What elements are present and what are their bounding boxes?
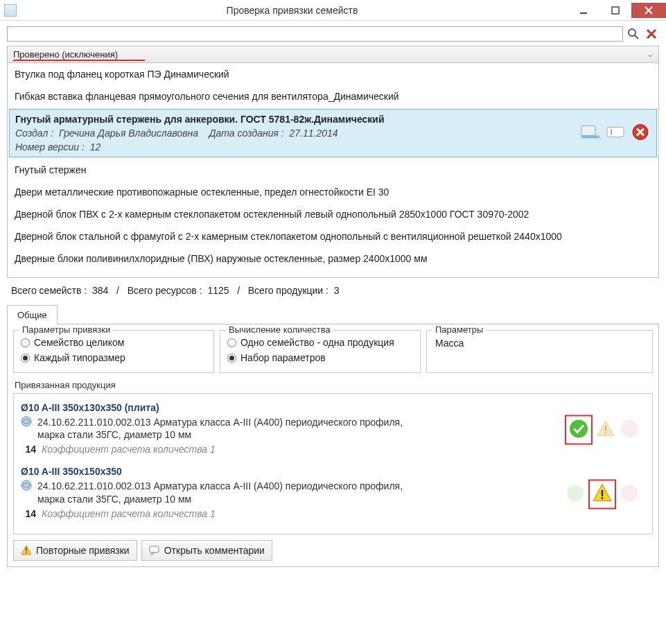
radio-param-set[interactable]: Набор параметров (227, 350, 413, 365)
radio-each-size[interactable]: Каждый типоразмер (21, 350, 207, 365)
list-item[interactable]: Втулка под фланец короткая ПЭ Динамическ… (8, 63, 658, 85)
group-underline (13, 60, 145, 61)
comment-icon (149, 545, 160, 556)
search-icon (627, 28, 640, 40)
warning-icon: ! (591, 482, 613, 504)
list-item[interactable]: Гнутый стержен (8, 159, 658, 181)
checkmark-green-icon (565, 482, 586, 503)
group-header[interactable]: Проверено (исключения) ⌄ (7, 46, 659, 63)
svg-marker-19 (621, 421, 638, 437)
stop-icon (619, 482, 640, 503)
product-coeff-num: 14 (21, 508, 36, 519)
product-coeff-label: Коэффициент расчета количества 1 (42, 444, 216, 455)
svg-rect-10 (607, 128, 624, 137)
list-item-selected[interactable]: Гнутый арматурный стержень для анкеровки… (9, 109, 657, 157)
status-green-highlighted[interactable] (565, 415, 593, 445)
search-row (7, 26, 659, 42)
svg-point-20 (21, 480, 31, 490)
list-item[interactable]: Гибкая вставка фланцевая прямоугольного … (8, 85, 658, 107)
product-status-icons: ! (565, 479, 640, 509)
product-status-icons: ! (565, 415, 640, 445)
svg-point-4 (629, 29, 636, 36)
svg-point-15 (21, 417, 31, 426)
svg-rect-27 (150, 546, 159, 552)
footer-buttons: ! Повторные привязки Открыть комментарии (13, 540, 653, 561)
family-list-scroll[interactable]: Втулка под фланец короткая ПЭ Динамическ… (8, 63, 658, 277)
svg-point-21 (567, 485, 584, 501)
product-item[interactable]: Ø10 A-III 350x130x350 (плита) 24.10.62.2… (17, 398, 649, 462)
radio-icon (227, 354, 236, 363)
fieldset-legend: Параметры (432, 324, 486, 335)
search-input[interactable] (7, 26, 623, 42)
svg-point-16 (570, 420, 588, 438)
radio-icon (21, 354, 30, 363)
status-warning-dim[interactable]: ! (595, 419, 616, 442)
status-warning-highlighted[interactable]: ! (588, 479, 616, 509)
chevron-down-icon: ⌄ (647, 51, 653, 58)
close-button[interactable] (631, 3, 666, 18)
list-item[interactable]: Двери металлические противопожарные осте… (8, 181, 658, 203)
list-item[interactable]: Дверной блок стальной с фрамугой с 2-х к… (8, 225, 658, 247)
fieldset-params: Параметры Масса (426, 330, 653, 373)
product-desc: 24.10.62.211.010.002.013 Арматура класса… (37, 480, 426, 505)
list-item[interactable]: Дверной блок ПВХ с 2-х камерным стеклопа… (8, 203, 658, 225)
bound-products-legend: Привязанная продукция (15, 380, 653, 390)
param-mass: Масса (434, 335, 645, 351)
status-stop-dim[interactable] (619, 419, 640, 442)
bound-products-box: Ø10 A-III 350x130x350 (плита) 24.10.62.2… (13, 393, 653, 534)
fieldset-legend: Вычисление количества (226, 324, 333, 335)
minimize-button[interactable] (568, 3, 599, 18)
svg-rect-1 (612, 7, 619, 14)
titlebar: Проверка привязки семейств (0, 0, 666, 21)
product-title: Ø10 A-III 350x130x350 (плита) (21, 402, 645, 413)
product-title: Ø10 A-III 350x150x350 (21, 466, 645, 477)
svg-text:!: ! (604, 424, 607, 436)
svg-rect-8 (581, 126, 595, 136)
bound-products-scroll[interactable]: Ø10 A-III 350x130x350 (плита) 24.10.62.2… (17, 398, 649, 530)
open-comments-button[interactable]: Открыть комментарии (141, 540, 272, 561)
close-icon (645, 28, 658, 40)
fieldset-binding-params: Параметры привязки Семейство целиком Каж… (13, 330, 214, 373)
selected-meta-version: Номер версии : 12 (15, 141, 651, 153)
warning-icon: ! (595, 419, 616, 440)
window-title: Проверка привязки семейств (17, 5, 568, 16)
radio-icon (227, 338, 236, 347)
svg-text:!: ! (600, 487, 604, 501)
globe-icon (21, 416, 32, 427)
maximize-button[interactable] (599, 3, 631, 18)
product-desc: 24.10.62.211.010.002.013 Арматура класса… (37, 416, 426, 441)
svg-text:!: ! (25, 547, 27, 555)
warning-icon: ! (21, 545, 32, 556)
tab-general[interactable]: Общие (7, 305, 58, 324)
selected-title: Гнутый арматурный стержень для анкеровки… (15, 114, 651, 125)
svg-marker-24 (621, 485, 638, 501)
svg-rect-9 (581, 136, 599, 139)
list-item[interactable]: Дверные блоки поливинилхлоридные (ПВХ) н… (8, 247, 658, 270)
tab-strip: Общие (7, 304, 659, 324)
bracket-icon[interactable] (580, 125, 601, 142)
text-field-icon[interactable] (606, 125, 626, 142)
fieldset-qty-calc: Вычисление количества Одно семейство - о… (220, 330, 421, 373)
svg-marker-28 (152, 552, 155, 555)
selected-meta: Создал : Гречина Дарья Владиславовна Дат… (15, 128, 651, 139)
status-stop-dim[interactable] (619, 482, 640, 505)
status-line: Всего семейств : 384 / Всего ресурсов : … (7, 278, 659, 300)
tab-body-general: Параметры привязки Семейство целиком Каж… (7, 324, 659, 567)
radio-family-whole[interactable]: Семейство целиком (21, 335, 207, 350)
radio-icon (21, 338, 30, 347)
clear-search-button[interactable] (644, 26, 659, 42)
checkmark-green-icon (568, 418, 590, 440)
delete-icon[interactable] (631, 123, 649, 143)
search-button[interactable] (626, 26, 641, 42)
svg-line-5 (635, 35, 638, 39)
product-item[interactable]: Ø10 A-III 350x150x350 24.10.62.211.010.0… (17, 462, 649, 525)
status-green-dim[interactable] (565, 482, 586, 505)
app-icon (4, 4, 17, 17)
fieldset-legend: Параметры привязки (19, 324, 113, 335)
radio-one-family-one-product[interactable]: Одно семейство - одна продукция (227, 335, 413, 350)
repeat-bindings-button[interactable]: ! Повторные привязки (13, 540, 137, 561)
stop-icon (619, 419, 640, 440)
globe-icon (21, 480, 32, 491)
family-list-panel: Втулка под фланец короткая ПЭ Динамическ… (7, 63, 659, 278)
product-coeff-num: 14 (21, 444, 36, 455)
